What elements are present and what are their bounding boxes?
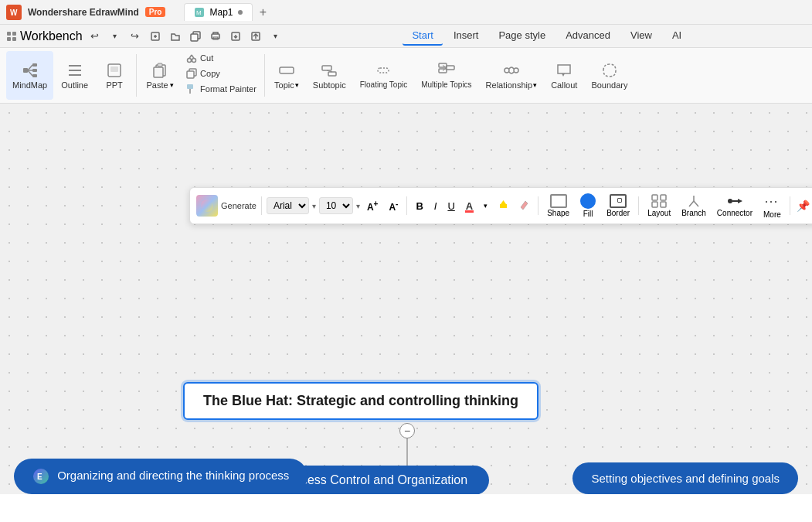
boundary-btn[interactable]: Boundary	[585, 51, 634, 100]
svg-rect-39	[187, 71, 194, 78]
font-decrease-btn[interactable]: A-	[385, 198, 402, 214]
share-button[interactable]	[246, 27, 265, 46]
svg-rect-43	[322, 66, 331, 70]
multiple-topics-btn[interactable]: Multiple Topics	[415, 51, 477, 100]
tab-page-style[interactable]: Page style	[489, 26, 555, 46]
collapse-btn[interactable]: −	[399, 423, 415, 438]
svg-rect-46	[378, 68, 389, 73]
callout-btn[interactable]: Callout	[545, 51, 583, 100]
cut-icon	[186, 53, 197, 63]
map1-tab[interactable]: M Map1	[184, 3, 252, 21]
undo-button[interactable]: ↩	[86, 27, 104, 46]
connector-icon	[727, 194, 742, 208]
erase-icon	[519, 200, 529, 210]
tab-advanced[interactable]: Advanced	[556, 26, 620, 46]
ribbon-sep-2	[264, 54, 265, 97]
bottom-left-node[interactable]: E Organizing and directing the thinking …	[14, 459, 307, 494]
clipboard-group: Paste ▾ Cut Copy Format Painter	[140, 51, 261, 100]
main-topic-text: The Blue Hat: Strategic and controlling …	[203, 393, 518, 408]
svg-rect-58	[652, 202, 657, 207]
copy-ribbon-btn[interactable]: Copy	[182, 67, 261, 80]
collapse-icon: −	[404, 425, 410, 437]
svg-point-63	[728, 199, 732, 203]
svg-rect-7	[12, 37, 16, 41]
outline-btn[interactable]: Outline	[55, 51, 94, 100]
print-button[interactable]	[206, 27, 225, 46]
connector-format-btn[interactable]: Connector	[713, 193, 756, 219]
callout-label: Callout	[551, 80, 577, 90]
floating-topic-btn[interactable]: Floating Topic	[354, 51, 414, 100]
more-tools-button[interactable]: ▾	[267, 27, 285, 46]
more-icon: ⋯	[764, 193, 780, 210]
svg-line-37	[192, 55, 194, 59]
erase-btn[interactable]	[515, 198, 533, 213]
export-button[interactable]	[226, 27, 245, 46]
highlight-icon	[498, 200, 508, 210]
tab-ai[interactable]: AI	[663, 26, 691, 46]
mindmap-btn[interactable]: MindMap	[6, 51, 53, 100]
tab-start[interactable]: Start	[403, 26, 442, 46]
copy-icon	[186, 68, 197, 79]
main-topic-node[interactable]: The Blue Hat: Strategic and controlling …	[183, 382, 539, 420]
boundary-icon	[601, 62, 618, 79]
font-size-select[interactable]: 10	[319, 197, 353, 214]
subtopic-btn[interactable]: Subtopic	[307, 51, 352, 100]
font-dropdown-arrow: ▾	[312, 202, 316, 210]
font-color-btn[interactable]: A	[462, 199, 477, 213]
layout-format-btn[interactable]: Layout	[644, 193, 674, 219]
main-canvas[interactable]: Generate Arial ▾ 10 ▾ A+ A- B I U A	[0, 104, 812, 494]
relationship-btn[interactable]: Relationship ▾	[480, 51, 544, 100]
svg-text:E: E	[37, 473, 42, 481]
add-tab-button[interactable]: +	[254, 3, 273, 22]
svg-rect-20	[32, 63, 37, 67]
highlight-btn[interactable]	[494, 198, 512, 213]
new-button[interactable]	[146, 27, 165, 46]
bold-btn[interactable]: B	[412, 199, 426, 213]
svg-rect-33	[158, 63, 162, 67]
svg-point-34	[188, 59, 192, 63]
nav-tabs: Start Insert Page style Advanced View AI	[403, 26, 691, 46]
floating-topic-icon	[375, 62, 392, 79]
tab-view[interactable]: View	[621, 26, 661, 46]
ppt-icon	[106, 62, 123, 79]
tab-insert[interactable]: Insert	[444, 26, 488, 46]
generate-logo[interactable]	[196, 195, 218, 217]
topic-btn[interactable]: Topic ▾	[268, 51, 305, 100]
ppt-btn[interactable]: PPT	[96, 51, 133, 100]
cut-btn[interactable]: Cut	[182, 51, 261, 65]
shape-format-btn[interactable]: Shape	[543, 193, 573, 219]
paste-btn[interactable]: Paste ▾	[140, 51, 180, 100]
fill-format-btn[interactable]: Fill	[576, 192, 600, 220]
svg-rect-30	[110, 67, 118, 72]
layout-label: Layout	[647, 209, 671, 217]
font-increase-btn[interactable]: A+	[363, 198, 382, 214]
floating-toolbar: Generate Arial ▾ 10 ▾ A+ A- B I U A	[189, 187, 812, 224]
font-select[interactable]: Arial	[267, 197, 309, 214]
border-format-btn[interactable]: Border	[603, 193, 634, 219]
italic-btn[interactable]: I	[430, 199, 441, 213]
layout-container: Generate Arial ▾ 10 ▾ A+ A- B I U A	[0, 104, 812, 494]
branch-label: Branch	[681, 209, 706, 217]
font-color-dropdown[interactable]: ▾	[480, 200, 491, 211]
svg-rect-57	[661, 195, 666, 200]
paste-dropdown-icon: ▾	[170, 81, 174, 89]
undo-dropdown[interactable]: ▾	[106, 27, 124, 46]
bottom-right-node[interactable]: Setting objectives and defining goals	[572, 462, 798, 494]
tab-bar: M Map1 +	[184, 3, 272, 22]
format-painter-btn[interactable]: Format Painter	[182, 82, 261, 96]
pin-btn[interactable]: 📌	[795, 198, 811, 213]
shape-icon	[550, 194, 567, 208]
workbench-item[interactable]: Workbench	[6, 29, 83, 43]
paste-label: Paste	[147, 80, 168, 90]
insert-group: Topic ▾ Subtopic Floating Topic Multiple…	[268, 51, 634, 100]
more-format-btn[interactable]: ⋯ More	[759, 191, 785, 220]
branch-format-btn[interactable]: Branch	[678, 193, 710, 219]
copy-button[interactable]	[186, 27, 205, 46]
topic-label: Topic	[274, 80, 294, 90]
border-icon	[610, 194, 627, 208]
open-button[interactable]	[166, 27, 185, 46]
branch-icon	[686, 194, 702, 208]
paste-icon	[151, 62, 168, 79]
redo-button[interactable]: ↪	[126, 27, 144, 46]
underline-btn[interactable]: U	[443, 199, 458, 213]
